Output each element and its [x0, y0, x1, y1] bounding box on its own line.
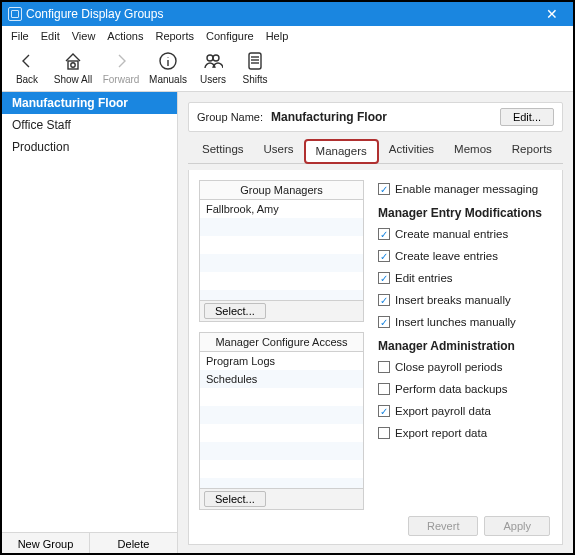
manager-config-header: Manager Configure Access: [200, 333, 363, 352]
apply-button[interactable]: Apply: [484, 516, 550, 536]
group-managers-list: Group Managers Fallbrook, Amy Select...: [199, 180, 364, 322]
sidebar-list: Manufacturing Floor Office Staff Product…: [2, 92, 177, 532]
list-item[interactable]: Fallbrook, Amy: [200, 200, 363, 218]
group-managers-body[interactable]: Fallbrook, Amy: [200, 200, 363, 300]
new-group-button[interactable]: New Group: [2, 533, 90, 555]
chk-perform-backups[interactable]: Perform data backups: [378, 380, 552, 398]
tab-memos[interactable]: Memos: [444, 139, 502, 164]
select-managers-button[interactable]: Select...: [204, 303, 266, 319]
app-icon: [8, 7, 22, 21]
list-item[interactable]: Schedules: [200, 370, 363, 388]
chk-create-leave[interactable]: ✓Create leave entries: [378, 247, 552, 265]
sidebar-item-office[interactable]: Office Staff: [2, 114, 177, 136]
delete-group-button[interactable]: Delete: [90, 533, 177, 555]
sidebar-footer: New Group Delete: [2, 532, 177, 555]
back-icon: [18, 50, 36, 72]
svg-point-6: [213, 55, 219, 61]
toolbar-manuals[interactable]: Manuals: [144, 48, 192, 87]
sidebar-item-production[interactable]: Production: [2, 136, 177, 158]
tab-managers[interactable]: Managers: [304, 139, 379, 164]
checkbox-label: Export payroll data: [395, 405, 491, 417]
sidebar: Manufacturing Floor Office Staff Product…: [2, 92, 178, 555]
checkbox-icon: ✓: [378, 294, 390, 306]
close-icon[interactable]: ✕: [537, 2, 567, 26]
shifts-icon: [246, 50, 264, 72]
toolbar-back[interactable]: Back: [6, 48, 48, 87]
toolbar-shifts[interactable]: Shifts: [234, 48, 276, 87]
group-header: Group Name: Manufacturing Floor Edit...: [188, 102, 563, 132]
checkbox-icon: ✓: [378, 272, 390, 284]
users-icon: [203, 50, 223, 72]
checkbox-icon: ✓: [378, 316, 390, 328]
checkbox-icon: [378, 383, 390, 395]
toolbar-forward-label: Forward: [103, 74, 140, 85]
tab-users[interactable]: Users: [254, 139, 304, 164]
checkbox-icon: ✓: [378, 228, 390, 240]
checkbox-label: Export report data: [395, 427, 487, 439]
chk-insert-breaks[interactable]: ✓Insert breaks manually: [378, 291, 552, 309]
svg-rect-7: [249, 53, 261, 69]
tabstrip: Settings Users Managers Activities Memos…: [188, 138, 563, 164]
checkbox-label: Perform data backups: [395, 383, 508, 395]
toolbar-back-label: Back: [16, 74, 38, 85]
checkbox-icon: ✓: [378, 250, 390, 262]
titlebar: Configure Display Groups ✕: [2, 2, 573, 26]
section-admin: Manager Administration: [378, 339, 552, 353]
manager-config-access-list: Manager Configure Access Program Logs Sc…: [199, 332, 364, 510]
sidebar-item-label: Production: [12, 140, 69, 154]
toolbar-shifts-label: Shifts: [242, 74, 267, 85]
chk-export-report[interactable]: Export report data: [378, 424, 552, 442]
checkbox-label: Insert lunches manually: [395, 316, 516, 328]
main: Manufacturing Floor Office Staff Product…: [2, 92, 573, 555]
checkbox-label: Create leave entries: [395, 250, 498, 262]
svg-point-5: [207, 55, 213, 61]
chk-edit-entries[interactable]: ✓Edit entries: [378, 269, 552, 287]
menu-file[interactable]: File: [6, 28, 34, 44]
home-gear-icon: [63, 50, 83, 72]
checkbox-label: Edit entries: [395, 272, 453, 284]
menubar: File Edit View Actions Reports Configure…: [2, 26, 573, 46]
content: Group Name: Manufacturing Floor Edit... …: [178, 92, 573, 555]
svg-point-1: [71, 63, 75, 67]
window-title: Configure Display Groups: [26, 7, 537, 21]
select-config-button[interactable]: Select...: [204, 491, 266, 507]
toolbar-showall-label: Show All: [54, 74, 92, 85]
checkbox-icon: ✓: [378, 405, 390, 417]
toolbar-users-label: Users: [200, 74, 226, 85]
edit-button[interactable]: Edit...: [500, 108, 554, 126]
forward-icon: [112, 50, 130, 72]
sidebar-item-label: Manufacturing Floor: [12, 96, 128, 110]
group-name-label: Group Name:: [197, 111, 263, 123]
menu-configure[interactable]: Configure: [201, 28, 259, 44]
checkbox-label: Insert breaks manually: [395, 294, 511, 306]
sidebar-item-label: Office Staff: [12, 118, 71, 132]
checkbox-label: Close payroll periods: [395, 361, 502, 373]
panel-footer: Revert Apply: [378, 510, 552, 536]
tab-settings[interactable]: Settings: [192, 139, 254, 164]
chk-insert-lunches[interactable]: ✓Insert lunches manually: [378, 313, 552, 331]
chk-close-payroll[interactable]: Close payroll periods: [378, 358, 552, 376]
checkbox-label: Create manual entries: [395, 228, 508, 240]
toolbar-forward: Forward: [98, 48, 144, 87]
menu-edit[interactable]: Edit: [36, 28, 65, 44]
revert-button[interactable]: Revert: [408, 516, 478, 536]
managers-panel: Group Managers Fallbrook, Amy Select... …: [188, 170, 563, 545]
menu-help[interactable]: Help: [261, 28, 294, 44]
left-column: Group Managers Fallbrook, Amy Select... …: [199, 180, 364, 536]
tab-activities[interactable]: Activities: [379, 139, 444, 164]
toolbar-users[interactable]: Users: [192, 48, 234, 87]
chk-export-payroll[interactable]: ✓Export payroll data: [378, 402, 552, 420]
enable-messaging-checkbox[interactable]: ✓ Enable manager messaging: [378, 180, 552, 198]
tab-reports[interactable]: Reports: [502, 139, 562, 164]
group-name-value: Manufacturing Floor: [271, 110, 387, 124]
list-item[interactable]: Program Logs: [200, 352, 363, 370]
menu-view[interactable]: View: [67, 28, 101, 44]
manager-config-body[interactable]: Program Logs Schedules: [200, 352, 363, 488]
toolbar-manuals-label: Manuals: [149, 74, 187, 85]
sidebar-item-manufacturing[interactable]: Manufacturing Floor: [2, 92, 177, 114]
section-entry-mods: Manager Entry Modifications: [378, 206, 552, 220]
chk-create-manual[interactable]: ✓Create manual entries: [378, 225, 552, 243]
toolbar-show-all[interactable]: Show All: [48, 48, 98, 87]
menu-actions[interactable]: Actions: [102, 28, 148, 44]
menu-reports[interactable]: Reports: [150, 28, 199, 44]
